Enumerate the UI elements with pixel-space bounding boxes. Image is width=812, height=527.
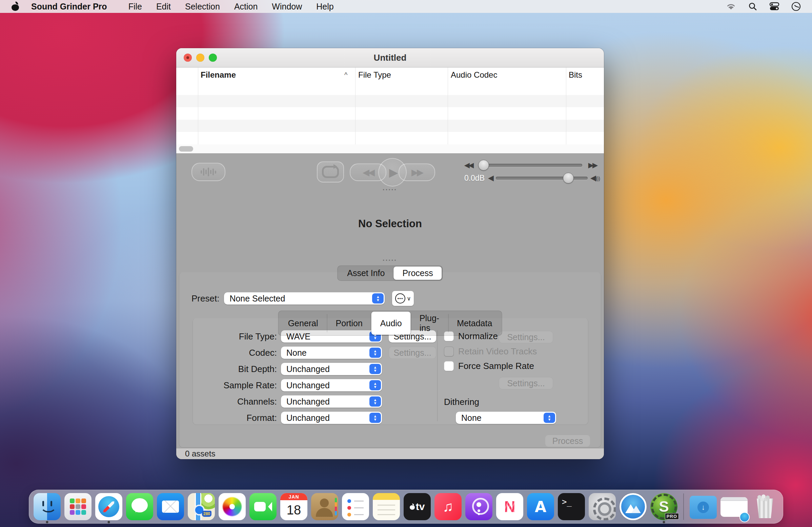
menu-file[interactable]: File bbox=[128, 2, 142, 12]
volume-slider[interactable] bbox=[496, 177, 588, 180]
terminal-prompt: >_ bbox=[562, 497, 572, 507]
sort-ascending-icon[interactable]: ^ bbox=[344, 68, 347, 82]
tab-audio[interactable]: Audio bbox=[372, 312, 411, 335]
clock-icon[interactable] bbox=[791, 1, 801, 12]
apple-menu-icon[interactable] bbox=[12, 2, 19, 11]
dock-minimized-window[interactable] bbox=[721, 493, 748, 520]
tab-portion[interactable]: Portion bbox=[327, 312, 372, 335]
tab-general[interactable]: General bbox=[279, 312, 327, 335]
dock-calendar[interactable]: JAN18 bbox=[280, 493, 307, 520]
dock-messages[interactable] bbox=[126, 493, 153, 520]
scrub-forward-icon[interactable]: ▶▶ bbox=[585, 161, 600, 169]
popup-stepper-icon: ▴▾ bbox=[372, 293, 383, 303]
dock-mountain-app[interactable] bbox=[620, 493, 647, 520]
volume-thumb[interactable] bbox=[563, 173, 574, 184]
dock-mail[interactable] bbox=[157, 493, 184, 520]
dock-finder[interactable] bbox=[33, 493, 61, 520]
wifi-icon[interactable] bbox=[726, 1, 736, 12]
table-row bbox=[176, 95, 604, 108]
minimize-button[interactable] bbox=[196, 54, 204, 62]
scrub-row: ◀◀ ▶▶ bbox=[461, 159, 600, 172]
column-divider[interactable] bbox=[566, 68, 566, 144]
music-icon: ♫ bbox=[434, 493, 462, 520]
column-divider[interactable] bbox=[448, 68, 448, 144]
force-sample-rate-settings-button[interactable]: Settings... bbox=[499, 377, 553, 389]
dock-notes[interactable] bbox=[373, 493, 400, 520]
menu-edit[interactable]: Edit bbox=[156, 2, 171, 12]
search-icon[interactable] bbox=[748, 1, 758, 12]
format-popup[interactable]: Unchanged ▴▾ bbox=[281, 412, 382, 424]
volume-max-icon[interactable]: ◀))) bbox=[590, 174, 600, 183]
preset-popup[interactable]: None Selected ▴▾ bbox=[224, 292, 385, 304]
dock-launchpad[interactable] bbox=[64, 493, 91, 520]
loop-button[interactable] bbox=[317, 161, 344, 183]
menu-help[interactable]: Help bbox=[316, 2, 333, 12]
window-title: Untitled bbox=[374, 53, 407, 63]
waveform-button[interactable] bbox=[191, 163, 226, 181]
dock-app-store[interactable]: A bbox=[527, 493, 554, 520]
scrub-thumb[interactable] bbox=[478, 160, 489, 171]
dock-system-preferences[interactable] bbox=[589, 493, 616, 520]
calendar-day: 18 bbox=[280, 500, 307, 520]
tab-metadata[interactable]: Metadata bbox=[448, 312, 501, 335]
dock-podcasts[interactable] bbox=[465, 493, 492, 520]
dock-downloads[interactable]: ↓ bbox=[690, 493, 717, 520]
tab-asset-info[interactable]: Asset Info bbox=[338, 267, 393, 280]
dock-news[interactable]: N bbox=[496, 493, 523, 520]
menu-bar: Sound Grinder Pro File Edit Selection Ac… bbox=[0, 0, 812, 13]
sample-rate-label: Sample Rate: bbox=[190, 380, 277, 391]
codec-popup[interactable]: None ▴▾ bbox=[281, 346, 382, 359]
photos-icon bbox=[219, 493, 246, 520]
dock-apple-tv[interactable]: tv bbox=[404, 493, 431, 520]
menu-window[interactable]: Window bbox=[272, 2, 302, 12]
codec-row: Codec: None ▴▾ Settings... bbox=[190, 346, 436, 359]
tab-process[interactable]: Process bbox=[393, 267, 441, 280]
play-button[interactable]: ▶ bbox=[378, 158, 407, 186]
column-file-type[interactable]: File Type bbox=[358, 68, 391, 82]
codec-settings-button[interactable]: Settings... bbox=[389, 346, 436, 359]
scrub-rewind-icon[interactable]: ◀◀ bbox=[461, 161, 476, 169]
channels-popup[interactable]: Unchanged ▴▾ bbox=[281, 395, 382, 408]
app-menu-title[interactable]: Sound Grinder Pro bbox=[31, 2, 107, 12]
dock-maps[interactable]: 280 bbox=[188, 493, 215, 520]
splitter-handle[interactable]: ••••• bbox=[176, 187, 604, 192]
title-bar[interactable]: Untitled bbox=[176, 48, 604, 68]
force-sample-rate-checkbox[interactable] bbox=[444, 361, 454, 371]
dock-terminal[interactable]: >_ bbox=[558, 493, 585, 520]
scrub-slider[interactable] bbox=[479, 164, 582, 167]
dock-photos[interactable] bbox=[219, 493, 246, 520]
launchpad-icon bbox=[64, 493, 91, 520]
sample-rate-popup[interactable]: Unchanged ▴▾ bbox=[281, 379, 382, 391]
tab-plug-ins[interactable]: Plug-ins bbox=[411, 312, 448, 335]
preset-action-button[interactable]: ••• ∨ bbox=[392, 291, 414, 306]
column-bits[interactable]: Bits bbox=[569, 68, 582, 82]
status-bar: 0 assets bbox=[176, 448, 604, 459]
dock-reminders[interactable] bbox=[342, 493, 369, 520]
dock-sound-grinder-pro[interactable]: SPRO bbox=[650, 493, 678, 520]
process-button[interactable]: Process bbox=[545, 435, 590, 447]
scrollbar-thumb[interactable] bbox=[179, 146, 193, 152]
horizontal-scrollbar bbox=[176, 144, 604, 154]
retain-video-checkbox[interactable] bbox=[444, 346, 454, 356]
close-button[interactable] bbox=[184, 54, 192, 62]
menu-selection[interactable]: Selection bbox=[185, 2, 220, 12]
app-window: Untitled Filename ^ File Type Audio Code… bbox=[176, 48, 604, 459]
column-audio-codec[interactable]: Audio Codec bbox=[451, 68, 497, 82]
column-divider[interactable] bbox=[355, 68, 356, 144]
column-filename[interactable]: Filename bbox=[201, 68, 236, 82]
dock-contacts[interactable] bbox=[311, 493, 338, 520]
dock-facetime[interactable] bbox=[249, 493, 277, 520]
dock-music[interactable]: ♫ bbox=[434, 493, 462, 520]
splitter-handle[interactable]: ••••• bbox=[176, 258, 604, 263]
dithering-popup[interactable]: None ▴▾ bbox=[456, 412, 556, 424]
control-center-icon[interactable] bbox=[769, 1, 780, 12]
podcasts-icon bbox=[465, 493, 492, 520]
volume-min-icon[interactable]: ◀ bbox=[488, 174, 493, 183]
bit-depth-popup[interactable]: Unchanged ▴▾ bbox=[281, 363, 382, 375]
zoom-button[interactable] bbox=[209, 54, 217, 62]
normalize-settings-button[interactable]: Settings... bbox=[499, 331, 553, 343]
dock-trash[interactable] bbox=[751, 493, 779, 520]
content-panel: ◀◀ ▶ ▶▶ ◀◀ ▶▶ 0.0dB ◀ bbox=[176, 153, 604, 448]
dock-safari[interactable] bbox=[95, 493, 122, 520]
menu-action[interactable]: Action bbox=[234, 2, 258, 12]
